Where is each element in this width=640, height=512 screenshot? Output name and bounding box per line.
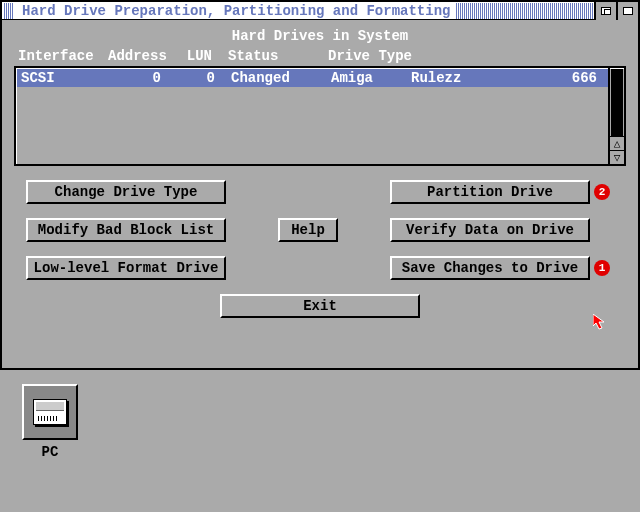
- button-area: Change Drive Type Partition Drive 2 Modi…: [26, 180, 614, 280]
- titlebar[interactable]: Hard Drive Preparation, Partitioning and…: [2, 2, 638, 20]
- window-title: Hard Drive Preparation, Partitioning and…: [16, 3, 456, 19]
- change-drive-type-button[interactable]: Change Drive Type: [26, 180, 226, 204]
- badge-partition: 2: [594, 184, 610, 200]
- drive-row[interactable]: SCSI 0 0 Changed Amiga Rulezz 666: [17, 69, 608, 87]
- header-lun: LUN: [178, 48, 228, 64]
- drive-list[interactable]: SCSI 0 0 Changed Amiga Rulezz 666: [16, 68, 608, 164]
- verify-data-button[interactable]: Verify Data on Drive: [390, 218, 590, 242]
- hard-drive-icon: [22, 384, 78, 440]
- scroll-down-icon[interactable]: ▽: [610, 150, 624, 164]
- cell-interface: SCSI: [21, 70, 111, 86]
- column-headers: Interface Address LUN Status Drive Type: [14, 48, 626, 64]
- panel-heading: Hard Drives in System: [14, 26, 626, 46]
- cell-address: 0: [111, 70, 181, 86]
- drive-panel: Hard Drives in System Interface Address …: [14, 26, 626, 64]
- titlebar-fill: [456, 3, 594, 19]
- scroll-track[interactable]: [610, 68, 624, 136]
- zoom-button[interactable]: [594, 2, 616, 20]
- titlebar-grip: [4, 3, 14, 19]
- low-level-format-button[interactable]: Low-level Format Drive: [26, 256, 226, 280]
- header-status: Status: [228, 48, 328, 64]
- scroll-up-icon[interactable]: △: [610, 136, 624, 150]
- header-interface: Interface: [18, 48, 108, 64]
- exit-row: Exit: [2, 294, 638, 318]
- scrollbar: △ ▽: [608, 68, 624, 164]
- modify-bad-block-button[interactable]: Modify Bad Block List: [26, 218, 226, 242]
- exit-button[interactable]: Exit: [220, 294, 420, 318]
- cell-status: Changed: [231, 70, 331, 86]
- cell-drivetype: Amiga Rulezz 666: [331, 70, 604, 86]
- depth-button[interactable]: [616, 2, 638, 20]
- cell-lun: 0: [181, 70, 231, 86]
- scroll-thumb[interactable]: [611, 69, 623, 137]
- desktop-icon-label: PC: [22, 444, 78, 460]
- partition-drive-button[interactable]: Partition Drive: [390, 180, 590, 204]
- desktop-icon-pc[interactable]: PC: [22, 384, 78, 460]
- header-address: Address: [108, 48, 178, 64]
- save-changes-button[interactable]: Save Changes to Drive: [390, 256, 590, 280]
- header-drivetype: Drive Type: [328, 48, 622, 64]
- app-window: Hard Drive Preparation, Partitioning and…: [0, 0, 640, 370]
- drive-listbox: SCSI 0 0 Changed Amiga Rulezz 666 △ ▽: [14, 66, 626, 166]
- help-button[interactable]: Help: [278, 218, 338, 242]
- badge-save: 1: [594, 260, 610, 276]
